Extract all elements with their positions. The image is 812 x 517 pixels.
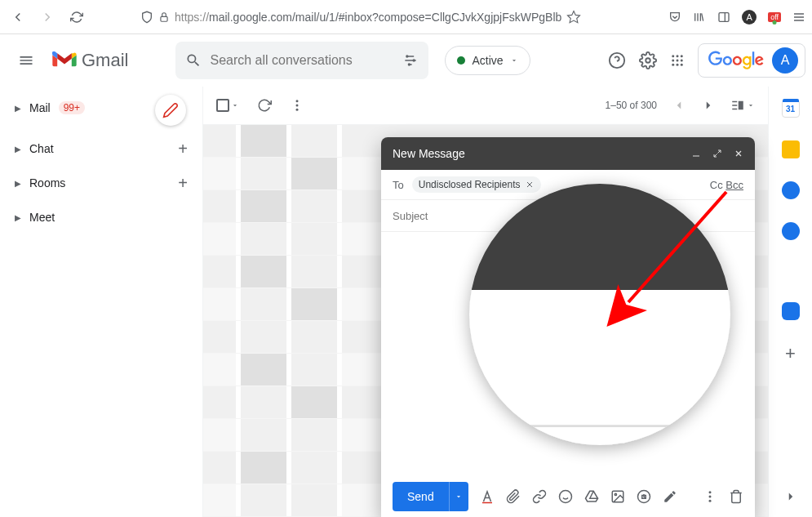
chevron-right-icon: ▶ [15, 104, 21, 113]
inbox-toolbar: 1–50 of 300 [203, 87, 768, 125]
status-text: Active [472, 54, 503, 67]
delete-draft-icon[interactable] [729, 489, 743, 504]
url-path: mail.google.com/mail/u/1/#inbox?compose=… [209, 11, 561, 24]
prev-page-icon[interactable] [672, 98, 686, 113]
svg-rect-0 [161, 16, 167, 21]
svg-point-17 [296, 100, 299, 102]
close-icon[interactable] [734, 149, 743, 158]
gmail-logo[interactable]: Gmail [52, 50, 128, 71]
url-bar[interactable]: https://mail.google.com/mail/u/1/#inbox?… [134, 5, 631, 29]
pocket-icon[interactable] [668, 11, 681, 24]
chevron-right-icon: ▶ [15, 145, 21, 154]
svg-point-22 [615, 493, 616, 495]
menu-icon[interactable] [792, 11, 805, 24]
add-addon-button[interactable]: + [785, 343, 796, 364]
collapse-panel-icon[interactable] [783, 489, 798, 504]
keep-icon[interactable] [782, 140, 800, 158]
add-button[interactable]: + [178, 140, 188, 158]
drive-icon[interactable] [584, 489, 599, 504]
svg-point-25 [709, 491, 712, 493]
unread-badge: 99+ [59, 101, 85, 114]
to-label: To [393, 179, 404, 191]
search-bar[interactable] [175, 42, 428, 79]
help-icon[interactable] [608, 51, 626, 69]
svg-point-4 [413, 59, 415, 61]
magnifier-overlay: Cc Bcc [469, 184, 730, 445]
next-page-icon[interactable] [701, 98, 716, 113]
sidebar-item-label: Mail [29, 101, 51, 114]
svg-point-19 [296, 109, 299, 111]
svg-point-10 [681, 55, 683, 57]
compose-footer: Send [381, 476, 755, 517]
chevron-down-icon [231, 101, 239, 109]
svg-point-14 [672, 64, 674, 66]
settings-icon[interactable] [639, 51, 657, 69]
more-options-icon[interactable] [703, 489, 717, 504]
confidential-icon[interactable] [637, 489, 651, 504]
cc-link[interactable]: Cc [710, 179, 723, 191]
compose-title: New Message [393, 147, 465, 160]
svg-point-8 [672, 55, 674, 57]
svg-point-7 [646, 58, 650, 63]
select-all[interactable] [216, 99, 239, 112]
sidebar-item-chat[interactable]: ▶ Chat + [0, 134, 202, 163]
main-menu-button[interactable] [7, 52, 46, 69]
expand-icon[interactable] [712, 149, 722, 158]
image-icon[interactable] [610, 489, 625, 504]
minimize-icon[interactable] [691, 149, 701, 158]
chevron-right-icon: ▶ [15, 179, 21, 188]
attach-icon[interactable] [506, 489, 521, 504]
lock-icon [158, 11, 170, 23]
bcc-link[interactable]: Bcc [725, 179, 743, 191]
side-panel: 31 + [768, 87, 812, 517]
link-icon[interactable] [532, 489, 547, 504]
recipient-name: Undisclosed Recipients [419, 179, 521, 190]
addon-icon[interactable] [782, 302, 800, 320]
forward-button[interactable] [36, 6, 59, 29]
account-box[interactable]: A [698, 43, 805, 78]
library-icon[interactable] [693, 11, 706, 24]
add-button[interactable]: + [178, 174, 188, 193]
sidebar-icon[interactable] [717, 11, 730, 24]
refresh-icon[interactable] [257, 98, 272, 113]
apps-icon[interactable] [670, 53, 685, 68]
search-icon [185, 52, 202, 69]
svg-point-27 [709, 500, 712, 502]
profile-icon[interactable]: A [742, 10, 757, 25]
svg-point-3 [406, 55, 409, 57]
back-button[interactable] [7, 6, 29, 29]
svg-point-16 [681, 64, 683, 66]
search-input[interactable] [210, 53, 394, 68]
app-name: Gmail [82, 50, 128, 71]
svg-marker-1 [568, 11, 580, 22]
compose-header[interactable]: New Message [381, 137, 755, 170]
extension-badge[interactable]: off [768, 12, 781, 22]
more-icon[interactable] [290, 98, 304, 113]
sidebar-item-meet[interactable]: ▶ Meet [0, 203, 202, 232]
tasks-icon[interactable] [782, 181, 800, 199]
emoji-icon[interactable] [558, 489, 573, 504]
calendar-icon[interactable]: 31 [782, 100, 800, 118]
send-options-button[interactable] [449, 482, 468, 511]
density-toggle[interactable] [730, 98, 755, 113]
recipient-chip[interactable]: Undisclosed Recipients [412, 176, 542, 193]
sidebar-item-label: Rooms [29, 176, 65, 189]
compose-button[interactable] [155, 95, 186, 126]
star-icon[interactable] [566, 10, 581, 25]
search-options-icon[interactable] [402, 52, 419, 69]
avatar[interactable]: A [772, 47, 798, 74]
svg-point-15 [677, 64, 679, 66]
status-dot [457, 56, 465, 65]
format-icon[interactable] [480, 489, 495, 504]
status-pill[interactable]: Active [445, 46, 530, 75]
pen-icon[interactable] [663, 489, 677, 504]
remove-chip-icon[interactable] [525, 180, 535, 189]
reload-button[interactable] [65, 6, 88, 29]
contacts-icon[interactable] [782, 222, 800, 240]
svg-point-20 [559, 491, 571, 503]
svg-point-18 [296, 105, 299, 107]
sidebar-item-rooms[interactable]: ▶ Rooms + [0, 168, 202, 198]
send-button[interactable]: Send [393, 482, 449, 511]
svg-point-26 [709, 496, 712, 498]
sidebar-item-mail[interactable]: ▶ Mail 99+ [0, 93, 202, 123]
